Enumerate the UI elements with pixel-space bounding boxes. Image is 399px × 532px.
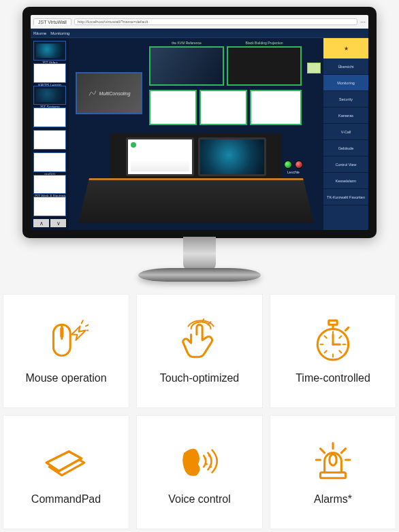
svg-line-30 — [341, 448, 345, 452]
tile-projection[interactable]: Black Building Projection — [227, 46, 302, 86]
svg-line-18 — [325, 336, 327, 338]
thumb-0[interactable]: JST Video — [33, 41, 66, 61]
svg-rect-27 — [320, 473, 345, 478]
indicator-label: Leuchte — [287, 170, 300, 174]
rp-favorites[interactable]: TK-Kurzwahl Favoriten — [323, 189, 368, 205]
feature-alarms-label: Alarms* — [314, 493, 352, 505]
touch-icon — [177, 318, 222, 363]
browser-menu-icon[interactable]: ⋯ — [360, 19, 366, 25]
tile-3[interactable] — [149, 90, 197, 125]
thumb-6[interactable]: JST Work & Navigate — [33, 175, 66, 195]
app-menubar: Räume Monitoring — [31, 29, 368, 38]
stopwatch-icon — [310, 318, 355, 363]
monitor-stand-neck — [183, 237, 216, 271]
svg-line-13 — [346, 327, 349, 330]
thumbnail-sidebar: JST Video KRITIS Leipzig JST Systems myG… — [31, 38, 69, 230]
menu-item-rooms[interactable]: Räume — [33, 31, 46, 35]
feature-commandpad: CommandPad — [3, 415, 129, 529]
feature-voice: Voice control — [136, 415, 263, 529]
app-body: JST Video KRITIS Leipzig JST Systems myG… — [31, 38, 368, 230]
svg-line-29 — [320, 448, 324, 452]
feature-mouse-label: Mouse operation — [25, 372, 106, 384]
tile-kvm[interactable]: the KVM Reference — [149, 46, 224, 86]
desk-monitor-left[interactable] — [126, 137, 194, 176]
voice-icon — [177, 439, 222, 484]
rp-vcall[interactable]: V-Call — [323, 124, 368, 140]
tile-5[interactable] — [250, 90, 302, 125]
canvas-area[interactable]: MultiConsoling the KVM Reference Black B… — [69, 38, 323, 230]
svg-line-20 — [325, 350, 327, 352]
svg-point-22 — [204, 457, 206, 459]
feature-grid: Mouse operation Touch-optimized — [3, 294, 396, 529]
monitor-mockup: JST VirtuWall http://localhost/virtuwall… — [22, 7, 377, 282]
sticky-note[interactable] — [307, 63, 321, 73]
rp-monitoring[interactable]: Monitoring — [323, 75, 368, 91]
svg-line-19 — [339, 350, 341, 352]
feature-alarms: Alarms* — [270, 415, 396, 529]
thumb-4[interactable] — [33, 130, 66, 150]
monitor-bezel: JST VirtuWall http://localhost/virtuwall… — [22, 7, 377, 238]
menu-item-monitoring[interactable]: Monitoring — [50, 31, 69, 35]
operator-desk: Leuchte — [89, 133, 303, 223]
browser-tab[interactable]: JST VirtuWall — [33, 18, 71, 25]
feature-voice-label: Voice control — [168, 493, 231, 505]
rp-security[interactable]: Security — [323, 91, 368, 107]
tile-multiconsoling[interactable]: MultiConsoling — [76, 72, 142, 114]
feature-mouse: Mouse operation — [3, 294, 129, 408]
svg-line-3 — [82, 320, 83, 323]
right-panel: ★ Übersicht Monitoring Security Kameras … — [323, 38, 368, 230]
feature-time-label: Time-controlled — [296, 372, 370, 384]
thumb-2[interactable]: JST Systems — [33, 86, 66, 105]
screen: JST VirtuWall http://localhost/virtuwall… — [31, 15, 368, 230]
svg-point-26 — [330, 454, 336, 466]
feature-touch-label: Touch-optimized — [160, 372, 240, 384]
multiconsoling-logo: MultiConsoling — [88, 88, 131, 98]
rp-overview[interactable]: Übersicht — [323, 59, 368, 75]
svg-line-4 — [86, 325, 89, 326]
status-indicator: Leuchte — [284, 161, 303, 174]
thumb-7[interactable] — [33, 197, 66, 216]
rp-building[interactable]: Gebäude — [323, 140, 368, 156]
alarm-icon — [310, 439, 355, 484]
commandpad-icon — [44, 439, 89, 484]
led-red[interactable] — [295, 161, 303, 169]
monitor-stand-base — [138, 268, 261, 282]
feature-commandpad-label: CommandPad — [31, 493, 101, 505]
svg-line-21 — [339, 336, 341, 338]
rp-header[interactable]: ★ — [323, 38, 368, 59]
address-bar[interactable]: http://localhost/virtuwall/?name=default — [74, 18, 357, 25]
browser-chrome: JST VirtuWall http://localhost/virtuwall… — [31, 15, 368, 29]
rp-kesselalarm[interactable]: Kesselalarm — [323, 173, 368, 189]
svg-point-23 — [206, 463, 208, 465]
thumb-1[interactable]: KRITIS Leipzig — [33, 63, 66, 83]
rp-cameras[interactable]: Kameras — [323, 107, 368, 124]
tile-4[interactable] — [200, 90, 247, 125]
feature-touch: Touch-optimized — [136, 294, 263, 408]
mouse-icon — [44, 318, 89, 363]
thumb-5[interactable]: myGUI — [33, 152, 66, 172]
thumb-up-button[interactable]: ∧ — [33, 219, 49, 227]
svg-point-25 — [210, 466, 212, 468]
thumb-3[interactable] — [33, 107, 66, 127]
thumb-down-button[interactable]: ∨ — [50, 219, 66, 227]
svg-point-24 — [208, 454, 210, 456]
feature-time: Time-controlled — [270, 294, 396, 408]
desk-monitor-right[interactable] — [198, 137, 266, 176]
rp-controlview[interactable]: Control View — [323, 156, 368, 173]
led-green[interactable] — [284, 161, 292, 169]
